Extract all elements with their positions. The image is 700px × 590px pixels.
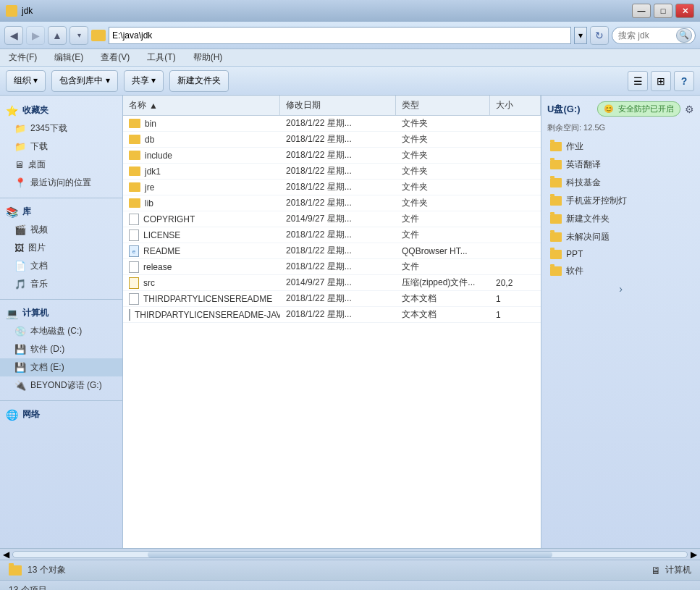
right-panel-folder-item[interactable]: PPT [547, 246, 694, 262]
sidebar-section-library: 📚 库 🎬 视频 🖼 图片 📄 文档 🎵 音乐 [0, 203, 122, 293]
right-panel-folder-item[interactable]: 科技基金 [547, 174, 694, 192]
menu-view[interactable]: 查看(V) [98, 50, 132, 65]
table-row[interactable]: bin 2018/1/22 星期... 文件夹 [123, 116, 541, 132]
refresh-button[interactable]: ↻ [590, 26, 609, 45]
menu-edit[interactable]: 编辑(E) [51, 50, 86, 65]
address-dropdown[interactable]: ▾ [574, 27, 587, 44]
right-panel-folder-icon [550, 266, 562, 276]
file-cell-name: db [123, 135, 280, 145]
table-row[interactable]: db 2018/1/22 星期... 文件夹 [123, 132, 541, 148]
right-panel-folder-icon [550, 160, 562, 169]
table-row[interactable]: THIRDPARTYLICENSEREADME 2018/1/22 星期... … [123, 291, 541, 307]
view-details-button[interactable]: ⊞ [651, 71, 671, 91]
sidebar-item-d-drive[interactable]: 💾 软件 (D:) [0, 340, 122, 358]
share-button[interactable]: 共享 ▾ [124, 70, 164, 92]
table-row[interactable]: src 2014/9/27 星期... 压缩(zipped)文件... 20,2 [123, 275, 541, 291]
scrollbar-thumb [148, 552, 552, 557]
sidebar-item-c-drive[interactable]: 💿 本地磁盘 (C:) [0, 322, 122, 340]
right-panel-folder-item[interactable]: 作业 [547, 138, 694, 156]
view-toggle-button[interactable]: ☰ [628, 71, 648, 91]
file-cell-date: 2018/1/22 星期... [280, 229, 396, 241]
organize-button[interactable]: 组织 ▾ [6, 70, 46, 92]
table-row[interactable]: jdk1 2018/1/22 星期... 文件夹 [123, 164, 541, 180]
sidebar-item-music[interactable]: 🎵 音乐 [0, 275, 122, 293]
menu-help[interactable]: 帮助(H) [190, 50, 226, 65]
statusbar-right: 🖥 计算机 [651, 564, 691, 576]
back-button[interactable]: ◀ [4, 26, 23, 45]
menu-file[interactable]: 文件(F) [6, 50, 40, 65]
forward-button[interactable]: ▶ [26, 26, 45, 45]
scroll-right-arrow[interactable]: ▶ [691, 549, 697, 560]
sidebar-item-g-drive[interactable]: 🔌 BEYOND谚语 (G:) [0, 376, 122, 395]
file-cell-type: 文件夹 [396, 181, 490, 193]
table-row[interactable]: COPYRIGHT 2014/9/27 星期... 文件 [123, 211, 541, 227]
folder-icon [129, 151, 140, 160]
scroll-down-arrow[interactable]: › [547, 280, 694, 298]
horizontal-scrollbar[interactable] [12, 551, 688, 558]
sidebar-item-documents[interactable]: 📄 文档 [0, 257, 122, 275]
file-cell-name: THIRDPARTYLICENSEREADME [123, 293, 280, 305]
include-library-button[interactable]: 包含到库中 ▾ [51, 70, 117, 92]
search-button[interactable]: 🔍 [676, 28, 692, 43]
table-row[interactable]: release 2018/1/22 星期... 文件 [123, 259, 541, 275]
right-panel-folder-item[interactable]: 新建文件夹 [547, 210, 694, 228]
sidebar-computer-header[interactable]: 💻 计算机 [0, 304, 122, 322]
right-panel-folder-label: 科技基金 [566, 177, 601, 189]
minimize-button[interactable]: — [632, 4, 651, 18]
right-panel-folder-item[interactable]: 手机蓝牙控制灯 [547, 192, 694, 210]
file-cell-size: 1 [490, 310, 541, 320]
table-row[interactable]: include 2018/1/22 星期... 文件夹 [123, 148, 541, 164]
maximize-button[interactable]: □ [654, 4, 672, 18]
column-header-size[interactable]: 大小 [490, 96, 541, 115]
table-row[interactable]: jre 2018/1/22 星期... 文件夹 [123, 180, 541, 195]
sidebar-network-header[interactable]: 🌐 网络 [0, 405, 122, 423]
sidebar-item-recent[interactable]: 📍 最近访问的位置 [0, 174, 122, 192]
file-cell-name: release [123, 261, 280, 273]
sidebar-item-pictures[interactable]: 🖼 图片 [0, 239, 122, 257]
column-header-type[interactable]: 类型 [396, 96, 490, 115]
column-header-date[interactable]: 修改日期 [280, 96, 396, 115]
column-header-name[interactable]: 名称 ▲ [123, 96, 280, 115]
sidebar-library-header[interactable]: 📚 库 [0, 203, 122, 221]
file-cell-type: 文本文档 [396, 292, 490, 305]
right-panel-header: U盘(G:) 😊 安全防护已开启 ⚙ [547, 101, 694, 117]
folder-icon [129, 198, 140, 208]
sidebar-item-video[interactable]: 🎬 视频 [0, 221, 122, 239]
file-cell-name: jdk1 [123, 167, 280, 177]
up-button[interactable]: ▲ [48, 26, 67, 45]
sidebar-item-e-drive[interactable]: 💾 文档 (E:) [0, 358, 122, 376]
settings-icon[interactable]: ⚙ [685, 104, 694, 115]
scrollbar-area: ◀ ▶ [0, 548, 700, 560]
column-size-label: 大小 [496, 99, 513, 111]
right-panel-folder-icon [550, 196, 562, 206]
right-panel-space: 剩余空间: 12.5G [547, 122, 694, 133]
close-button[interactable]: ✕ [675, 4, 694, 18]
table-row[interactable]: lib 2018/1/22 星期... 文件夹 [123, 195, 541, 211]
sidebar-divider-1 [0, 198, 122, 198]
table-row[interactable]: LICENSE 2018/1/22 星期... 文件 [123, 227, 541, 243]
new-folder-button[interactable]: 新建文件夹 [169, 70, 229, 92]
file-cell-name: LICENSE [123, 229, 280, 241]
titlebar: jdk — □ ✕ [0, 0, 700, 22]
search-input[interactable] [618, 30, 676, 41]
right-panel-folder-item[interactable]: 软件 [547, 262, 694, 280]
star-icon: ⭐ [6, 105, 18, 117]
sidebar-item-desktop[interactable]: 🖥 桌面 [0, 156, 122, 174]
address-input[interactable] [109, 27, 571, 44]
table-row[interactable]: e README 2018/1/22 星期... QQBrowser HT... [123, 243, 541, 259]
file-cell-name: e README [123, 245, 280, 257]
sidebar-item-download[interactable]: 📁 下载 [0, 138, 122, 156]
file-name: COPYRIGHT [143, 214, 195, 224]
sidebar-item-2345download[interactable]: 📁 2345下载 [0, 119, 122, 138]
scroll-left-arrow[interactable]: ◀ [3, 549, 9, 560]
sidebar-favorites-header[interactable]: ⭐ 收藏夹 [0, 101, 122, 119]
recent-button[interactable]: ▾ [69, 26, 88, 45]
table-row[interactable]: THIRDPARTYLICENSEREADME-JAVAFX 2018/1/22… [123, 307, 541, 323]
help-button[interactable]: ? [674, 71, 694, 91]
sidebar: ⭐ 收藏夹 📁 2345下载 📁 下载 🖥 桌面 📍 最近访问的位置 [0, 96, 123, 548]
right-panel-folder-item[interactable]: 未解决问题 [547, 228, 694, 246]
right-panel-folder-item[interactable]: 英语翻译 [547, 156, 694, 174]
file-icon [129, 229, 139, 241]
menu-tools[interactable]: 工具(T) [144, 50, 178, 65]
file-cell-date: 2018/1/22 星期... [280, 165, 396, 177]
